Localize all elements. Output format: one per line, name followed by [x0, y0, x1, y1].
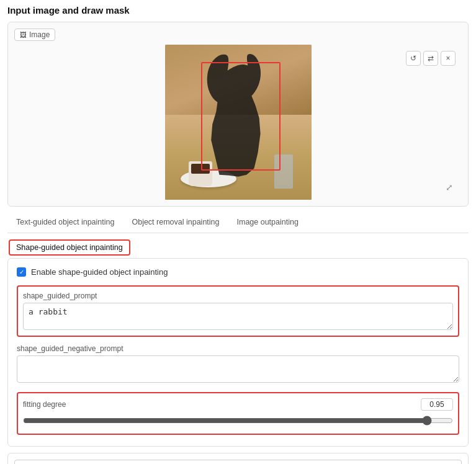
image-icon: 🖼	[20, 31, 27, 38]
tab-text-guided[interactable]: Text-guided object inpainting	[7, 213, 123, 233]
tabs-row-2: Shape-guided object inpainting	[7, 233, 469, 256]
image-upload-area: 🖼 Image	[7, 22, 469, 207]
prompt-field-group: shape_guided_prompt a rabbit	[17, 285, 459, 337]
fitting-degree-slider[interactable]	[23, 416, 453, 426]
image-controls: ↺ ⇄ ×	[406, 51, 456, 66]
enable-checkbox-label: Enable shape-guided object inpainting	[31, 267, 168, 277]
tabs-row-1: Text-guided object inpainting Object rem…	[7, 213, 469, 233]
fitting-degree-group: fitting degree 0.95	[17, 392, 459, 435]
swap-button[interactable]: ⇄	[423, 51, 438, 66]
reset-button[interactable]: ↺	[406, 51, 421, 66]
close-button[interactable]: ×	[441, 51, 456, 66]
prompt-textarea[interactable]: a rabbit	[23, 303, 453, 330]
image-label-text: Image	[29, 30, 50, 39]
tab-object-removal[interactable]: Object removal inpainting	[123, 213, 228, 233]
tab-image-outpainting[interactable]: Image outpainting	[228, 213, 307, 233]
image-label-tag[interactable]: 🖼 Image	[14, 29, 55, 41]
checkmark-icon: ✓	[19, 269, 24, 275]
page-title: Input image and draw mask	[7, 5, 469, 16]
run-button[interactable]: Run	[14, 460, 462, 464]
fitting-degree-label: fitting degree	[23, 400, 66, 409]
negative-prompt-field-group: shape_guided_negative_prompt	[17, 344, 459, 385]
expand-button[interactable]: ⤢	[443, 181, 456, 194]
main-image[interactable]	[165, 45, 312, 200]
fitting-degree-value: 0.95	[421, 398, 453, 411]
shape-guided-panel: ✓ Enable shape-guided object inpainting …	[7, 258, 469, 447]
fitting-degree-header: fitting degree 0.95	[23, 398, 453, 411]
prompt-field-label: shape_guided_prompt	[23, 292, 453, 300]
negative-prompt-textarea[interactable]	[17, 355, 459, 383]
tabs-container: Text-guided object inpainting Object rem…	[7, 213, 469, 256]
tab-shape-guided[interactable]: Shape-guided object inpainting	[9, 239, 130, 256]
image-container: ↺ ⇄ × ⤢	[14, 45, 462, 200]
run-button-container: Run	[7, 453, 469, 464]
enable-checkbox-row: ✓ Enable shape-guided object inpainting	[17, 267, 459, 277]
negative-prompt-field-label: shape_guided_negative_prompt	[17, 344, 459, 353]
enable-checkbox[interactable]: ✓	[17, 267, 26, 277]
selection-box	[201, 62, 281, 171]
